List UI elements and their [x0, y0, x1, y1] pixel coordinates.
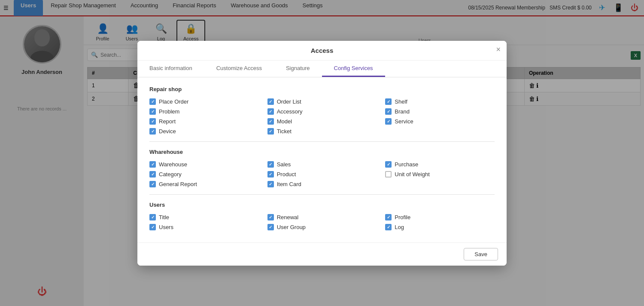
- cb-item-card-label: Item Card: [277, 181, 301, 187]
- cb-renewal[interactable]: ✓ Renewal: [267, 214, 377, 220]
- cb-purchase[interactable]: ✓ Purchase: [385, 161, 495, 168]
- cb-unit-of-weight-box[interactable]: [385, 171, 392, 177]
- cb-report[interactable]: ✓ Report: [149, 118, 259, 125]
- cb-category[interactable]: ✓ Category: [149, 171, 259, 177]
- cb-renewal-label: Renewal: [277, 214, 299, 220]
- warehouse-grid: ✓ Warehouse ✓ Sales ✓ Purchase ✓ Categor…: [149, 161, 495, 187]
- repair-shop-section-title: Repair shop: [149, 86, 495, 92]
- cb-category-label: Category: [159, 171, 182, 177]
- cb-ticket-label: Ticket: [277, 128, 292, 135]
- save-button[interactable]: Save: [464, 248, 498, 260]
- cb-general-report[interactable]: ✓ General Report: [149, 181, 259, 187]
- modal-body: Repair shop ✓ Place Order ✓ Order List ✓…: [137, 77, 507, 242]
- cb-service-label: Service: [395, 118, 413, 125]
- cb-item-card-box[interactable]: ✓: [267, 181, 274, 187]
- cb-warehouse[interactable]: ✓ Warehouse: [149, 161, 259, 168]
- section-divider-1: [149, 141, 495, 142]
- cb-service[interactable]: ✓ Service: [385, 118, 495, 125]
- cb-sales[interactable]: ✓ Sales: [267, 161, 377, 168]
- cb-title-label: Title: [159, 214, 169, 220]
- cb-sales-label: Sales: [277, 161, 291, 168]
- modal-tab-signature[interactable]: Signature: [274, 61, 322, 77]
- cb-title-box[interactable]: ✓: [149, 214, 156, 220]
- cb-problem-box[interactable]: ✓: [149, 108, 156, 115]
- cb-sales-box[interactable]: ✓: [267, 161, 274, 168]
- modal-tab-basic-info[interactable]: Basic information: [137, 61, 204, 77]
- users-section-title: Users: [149, 202, 495, 208]
- cb-user-group[interactable]: ✓ User Group: [267, 224, 377, 230]
- cb-general-report-box[interactable]: ✓: [149, 181, 156, 187]
- cb-log-label: Log: [395, 224, 404, 230]
- cb-product-box[interactable]: ✓: [267, 171, 274, 177]
- cb-unit-of-weight-label: Unit of Weight: [395, 171, 429, 177]
- cb-shelf[interactable]: ✓ Shelf: [385, 98, 495, 105]
- cb-place-order[interactable]: ✓ Place Order: [149, 98, 259, 105]
- access-modal: Access × Basic information Customize Acc…: [137, 41, 507, 266]
- cb-report-label: Report: [159, 118, 176, 125]
- section-divider-2: [149, 194, 495, 195]
- modal-tab-config-services[interactable]: Config Services: [322, 61, 385, 77]
- cb-category-box[interactable]: ✓: [149, 171, 156, 177]
- cb-general-report-label: General Report: [159, 181, 197, 187]
- cb-place-order-box[interactable]: ✓: [149, 98, 156, 105]
- cb-model[interactable]: ✓ Model: [267, 118, 377, 125]
- cb-warehouse-label: Warehouse: [159, 161, 187, 168]
- modal-footer: Save: [137, 242, 507, 266]
- cb-accessory-box[interactable]: ✓: [267, 108, 274, 115]
- cb-device-box[interactable]: ✓: [149, 128, 156, 135]
- modal-tabs: Basic information Customize Access Signa…: [137, 61, 507, 77]
- cb-service-box[interactable]: ✓: [385, 118, 392, 125]
- cb-order-list[interactable]: ✓ Order List: [267, 98, 377, 105]
- cb-item-card[interactable]: ✓ Item Card: [267, 181, 377, 187]
- cb-purchase-label: Purchase: [395, 161, 418, 168]
- cb-accessory-label: Accessory: [277, 108, 303, 115]
- cb-shelf-box[interactable]: ✓: [385, 98, 392, 105]
- modal-tab-customize-access[interactable]: Customize Access: [204, 61, 274, 77]
- modal-overlay: Access × Basic information Customize Acc…: [0, 0, 644, 306]
- cb-problem[interactable]: ✓ Problem: [149, 108, 259, 115]
- cb-model-box[interactable]: ✓: [267, 118, 274, 125]
- cb-profile[interactable]: ✓ Profile: [385, 214, 495, 220]
- cb-users[interactable]: ✓ Users: [149, 224, 259, 230]
- modal-header: Access ×: [137, 41, 507, 61]
- cb-warehouse-box[interactable]: ✓: [149, 161, 156, 168]
- warehouse-section-title: Wharehouse: [149, 149, 495, 155]
- cb-product-label: Product: [277, 171, 296, 177]
- cb-users-label: Users: [159, 224, 173, 230]
- cb-place-order-label: Place Order: [159, 98, 188, 105]
- cb-device[interactable]: ✓ Device: [149, 128, 259, 135]
- cb-brand-label: Brand: [395, 108, 410, 115]
- cb-user-group-label: User Group: [277, 224, 306, 230]
- cb-shelf-label: Shelf: [395, 98, 407, 105]
- cb-ticket-box[interactable]: ✓: [267, 128, 274, 135]
- cb-log[interactable]: ✓ Log: [385, 224, 495, 230]
- cb-users-box[interactable]: ✓: [149, 224, 156, 230]
- users-grid: ✓ Title ✓ Renewal ✓ Profile ✓ Users ✓: [149, 214, 495, 230]
- cb-order-list-box[interactable]: ✓: [267, 98, 274, 105]
- cb-brand-box[interactable]: ✓: [385, 108, 392, 115]
- cb-renewal-box[interactable]: ✓: [267, 214, 274, 220]
- cb-profile-box[interactable]: ✓: [385, 214, 392, 220]
- cb-purchase-box[interactable]: ✓: [385, 161, 392, 168]
- cb-user-group-box[interactable]: ✓: [267, 224, 274, 230]
- cb-unit-of-weight[interactable]: Unit of Weight: [385, 171, 495, 177]
- cb-order-list-label: Order List: [277, 98, 301, 105]
- cb-model-label: Model: [277, 118, 292, 125]
- cb-title[interactable]: ✓ Title: [149, 214, 259, 220]
- modal-title: Access: [311, 47, 334, 54]
- repair-shop-grid: ✓ Place Order ✓ Order List ✓ Shelf ✓ Pro…: [149, 98, 495, 135]
- cb-brand[interactable]: ✓ Brand: [385, 108, 495, 115]
- cb-profile-label: Profile: [395, 214, 410, 220]
- cb-ticket[interactable]: ✓ Ticket: [267, 128, 377, 135]
- cb-problem-label: Problem: [159, 108, 179, 115]
- cb-report-box[interactable]: ✓: [149, 118, 156, 125]
- cb-log-box[interactable]: ✓: [385, 224, 392, 230]
- cb-product[interactable]: ✓ Product: [267, 171, 377, 177]
- cb-accessory[interactable]: ✓ Accessory: [267, 108, 377, 115]
- modal-close-button[interactable]: ×: [496, 45, 501, 54]
- cb-device-label: Device: [159, 128, 176, 135]
